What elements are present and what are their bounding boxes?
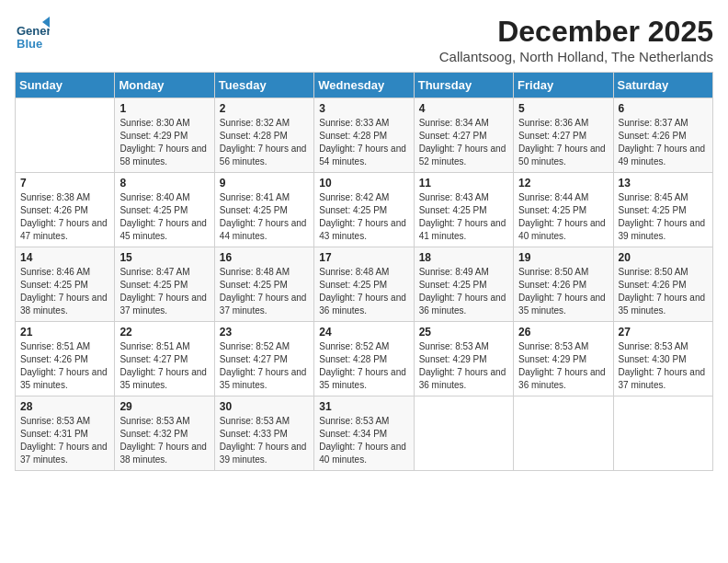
day-number: 10 [319, 177, 408, 190]
calendar-cell: 16 Sunrise: 8:48 AMSunset: 4:25 PMDaylig… [214, 247, 313, 322]
day-number: 14 [20, 251, 109, 264]
day-info: Sunrise: 8:53 AMSunset: 4:31 PMDaylight:… [20, 415, 109, 466]
calendar-table: Sunday Monday Tuesday Wednesday Thursday… [15, 72, 713, 471]
day-info: Sunrise: 8:32 AMSunset: 4:28 PMDaylight:… [220, 117, 309, 168]
location-title: Callantsoog, North Holland, The Netherla… [439, 49, 713, 64]
calendar-cell: 23 Sunrise: 8:52 AMSunset: 4:27 PMDaylig… [214, 322, 313, 396]
day-info: Sunrise: 8:50 AMSunset: 4:26 PMDaylight:… [518, 266, 608, 317]
week-row-2: 14 Sunrise: 8:46 AMSunset: 4:25 PMDaylig… [16, 247, 713, 322]
day-number: 21 [20, 326, 109, 339]
calendar-cell: 2 Sunrise: 8:32 AMSunset: 4:28 PMDayligh… [214, 98, 313, 173]
calendar-cell: 19 Sunrise: 8:50 AMSunset: 4:26 PMDaylig… [514, 247, 613, 322]
col-friday: Friday [514, 73, 613, 98]
calendar-cell: 15 Sunrise: 8:47 AMSunset: 4:25 PMDaylig… [115, 247, 214, 322]
calendar-cell: 30 Sunrise: 8:53 AMSunset: 4:33 PMDaylig… [214, 396, 313, 471]
calendar-cell: 12 Sunrise: 8:44 AMSunset: 4:25 PMDaylig… [514, 173, 613, 247]
calendar-cell: 13 Sunrise: 8:45 AMSunset: 4:25 PMDaylig… [613, 173, 712, 247]
calendar-cell: 11 Sunrise: 8:43 AMSunset: 4:25 PMDaylig… [414, 173, 513, 247]
day-number: 19 [518, 251, 608, 264]
day-number: 9 [220, 177, 309, 190]
day-number: 5 [518, 102, 608, 115]
calendar-cell: 26 Sunrise: 8:53 AMSunset: 4:29 PMDaylig… [514, 322, 613, 396]
day-info: Sunrise: 8:44 AMSunset: 4:25 PMDaylight:… [518, 191, 608, 243]
day-info: Sunrise: 8:38 AMSunset: 4:26 PMDaylight:… [20, 191, 109, 243]
calendar-cell: 24 Sunrise: 8:52 AMSunset: 4:28 PMDaylig… [314, 322, 414, 396]
day-number: 30 [220, 400, 309, 413]
day-info: Sunrise: 8:34 AMSunset: 4:27 PMDaylight:… [419, 117, 508, 168]
day-info: Sunrise: 8:50 AMSunset: 4:26 PMDaylight:… [619, 266, 708, 317]
day-info: Sunrise: 8:53 AMSunset: 4:34 PMDaylight:… [319, 415, 408, 466]
day-number: 8 [119, 177, 209, 190]
day-info: Sunrise: 8:53 AMSunset: 4:33 PMDaylight:… [220, 415, 309, 466]
day-number: 18 [419, 251, 508, 264]
day-number: 23 [220, 326, 309, 339]
calendar-cell: 20 Sunrise: 8:50 AMSunset: 4:26 PMDaylig… [613, 247, 712, 322]
day-number: 16 [220, 251, 309, 264]
calendar-cell: 17 Sunrise: 8:48 AMSunset: 4:25 PMDaylig… [314, 247, 414, 322]
day-number: 27 [619, 326, 708, 339]
calendar-cell: 21 Sunrise: 8:51 AMSunset: 4:26 PMDaylig… [16, 322, 115, 396]
title-block: December 2025 Callantsoog, North Holland… [439, 15, 713, 64]
day-number: 24 [319, 326, 408, 339]
day-number: 15 [119, 251, 209, 264]
day-number: 25 [419, 326, 508, 339]
day-info: Sunrise: 8:30 AMSunset: 4:29 PMDaylight:… [119, 117, 209, 168]
day-number: 7 [20, 177, 109, 190]
col-tuesday: Tuesday [214, 73, 313, 98]
day-info: Sunrise: 8:53 AMSunset: 4:29 PMDaylight:… [419, 340, 508, 392]
week-row-3: 21 Sunrise: 8:51 AMSunset: 4:26 PMDaylig… [16, 322, 713, 396]
day-number: 20 [619, 251, 708, 264]
svg-text:Blue: Blue [17, 37, 42, 50]
calendar-cell: 31 Sunrise: 8:53 AMSunset: 4:34 PMDaylig… [314, 396, 414, 471]
calendar-cell: 7 Sunrise: 8:38 AMSunset: 4:26 PMDayligh… [16, 173, 115, 247]
calendar-cell: 29 Sunrise: 8:53 AMSunset: 4:32 PMDaylig… [115, 396, 214, 471]
day-info: Sunrise: 8:53 AMSunset: 4:29 PMDaylight:… [518, 340, 608, 392]
calendar-cell: 9 Sunrise: 8:41 AMSunset: 4:25 PMDayligh… [214, 173, 313, 247]
day-info: Sunrise: 8:36 AMSunset: 4:27 PMDaylight:… [518, 117, 608, 168]
calendar-cell: 8 Sunrise: 8:40 AMSunset: 4:25 PMDayligh… [115, 173, 214, 247]
day-info: Sunrise: 8:33 AMSunset: 4:28 PMDaylight:… [319, 117, 408, 168]
day-info: Sunrise: 8:51 AMSunset: 4:26 PMDaylight:… [20, 340, 109, 392]
day-info: Sunrise: 8:51 AMSunset: 4:27 PMDaylight:… [119, 340, 209, 392]
header-row: Sunday Monday Tuesday Wednesday Thursday… [16, 73, 713, 98]
day-info: Sunrise: 8:47 AMSunset: 4:25 PMDaylight:… [119, 266, 209, 317]
col-monday: Monday [115, 73, 214, 98]
day-info: Sunrise: 8:37 AMSunset: 4:26 PMDaylight:… [619, 117, 708, 168]
day-number: 4 [419, 102, 508, 115]
calendar-cell: 25 Sunrise: 8:53 AMSunset: 4:29 PMDaylig… [414, 322, 513, 396]
week-row-0: 1 Sunrise: 8:30 AMSunset: 4:29 PMDayligh… [16, 98, 713, 173]
day-number: 31 [319, 400, 408, 413]
calendar-cell [613, 396, 712, 471]
day-info: Sunrise: 8:53 AMSunset: 4:32 PMDaylight:… [119, 415, 209, 466]
day-info: Sunrise: 8:43 AMSunset: 4:25 PMDaylight:… [419, 191, 508, 243]
calendar-cell [16, 98, 115, 173]
day-info: Sunrise: 8:52 AMSunset: 4:27 PMDaylight:… [220, 340, 309, 392]
calendar-cell: 6 Sunrise: 8:37 AMSunset: 4:26 PMDayligh… [613, 98, 712, 173]
calendar-cell: 1 Sunrise: 8:30 AMSunset: 4:29 PMDayligh… [115, 98, 214, 173]
month-title: December 2025 [439, 15, 713, 49]
day-info: Sunrise: 8:52 AMSunset: 4:28 PMDaylight:… [319, 340, 408, 392]
day-number: 6 [619, 102, 708, 115]
calendar-cell: 5 Sunrise: 8:36 AMSunset: 4:27 PMDayligh… [514, 98, 613, 173]
day-info: Sunrise: 8:41 AMSunset: 4:25 PMDaylight:… [220, 191, 309, 243]
day-number: 1 [119, 102, 209, 115]
day-info: Sunrise: 8:48 AMSunset: 4:25 PMDaylight:… [220, 266, 309, 317]
calendar-cell: 3 Sunrise: 8:33 AMSunset: 4:28 PMDayligh… [314, 98, 414, 173]
week-row-1: 7 Sunrise: 8:38 AMSunset: 4:26 PMDayligh… [16, 173, 713, 247]
week-row-4: 28 Sunrise: 8:53 AMSunset: 4:31 PMDaylig… [16, 396, 713, 471]
day-number: 3 [319, 102, 408, 115]
calendar-cell: 27 Sunrise: 8:53 AMSunset: 4:30 PMDaylig… [613, 322, 712, 396]
col-sunday: Sunday [16, 73, 115, 98]
day-info: Sunrise: 8:49 AMSunset: 4:25 PMDaylight:… [419, 266, 508, 317]
day-info: Sunrise: 8:46 AMSunset: 4:25 PMDaylight:… [20, 266, 109, 317]
logo: General Blue [15, 15, 53, 50]
calendar-cell: 22 Sunrise: 8:51 AMSunset: 4:27 PMDaylig… [115, 322, 214, 396]
calendar-cell: 14 Sunrise: 8:46 AMSunset: 4:25 PMDaylig… [16, 247, 115, 322]
day-info: Sunrise: 8:53 AMSunset: 4:30 PMDaylight:… [619, 340, 708, 392]
col-thursday: Thursday [414, 73, 513, 98]
calendar-cell [514, 396, 613, 471]
col-saturday: Saturday [613, 73, 712, 98]
day-number: 12 [518, 177, 608, 190]
day-info: Sunrise: 8:42 AMSunset: 4:25 PMDaylight:… [319, 191, 408, 243]
day-info: Sunrise: 8:45 AMSunset: 4:25 PMDaylight:… [619, 191, 708, 243]
